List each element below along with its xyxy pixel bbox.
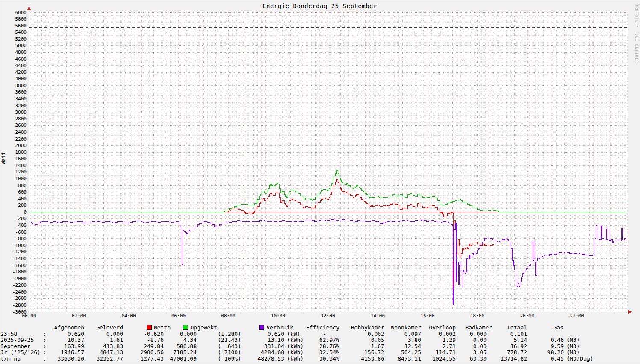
table-row: 23:58:0.6200.000-0.6200.000(1.280)0.620(… <box>0 331 640 338</box>
table-cell <box>527 331 564 338</box>
legend-swatch-verbruik <box>259 325 264 330</box>
svg-text:-2000: -2000 <box>12 276 27 282</box>
svg-text:3200: 3200 <box>15 103 27 109</box>
svg-text:200: 200 <box>18 203 27 208</box>
svg-text:-1000: -1000 <box>12 243 27 248</box>
table-cell: (kWh) <box>284 343 310 350</box>
svg-text:10:00: 10:00 <box>271 313 285 319</box>
svg-text:12:00: 12:00 <box>321 313 335 319</box>
table-cell: 249.84 <box>123 343 164 350</box>
table-cell: 0.00 <box>456 337 487 343</box>
svg-text:08:00: 08:00 <box>221 313 235 319</box>
svg-text:3000: 3000 <box>15 109 27 115</box>
table-cell: 0.000 <box>456 331 487 338</box>
table-header: Verbruik <box>217 325 293 331</box>
table-cell: 13.10 <box>241 337 284 343</box>
table-header: Netto <box>123 325 171 331</box>
table-header: Hobbykamer <box>339 325 384 331</box>
svg-text:1200: 1200 <box>15 169 27 175</box>
table-cell: 0.620 <box>241 331 284 338</box>
svg-text:-2200: -2200 <box>12 282 27 288</box>
table-header: Afgenomen <box>50 325 84 331</box>
table-cell: : <box>40 356 50 362</box>
table-cell: 13714.82 <box>487 356 527 362</box>
table-cell: 63.30 <box>456 356 487 362</box>
table-cell: 0.00 <box>456 343 487 350</box>
svg-text:5200: 5200 <box>15 36 27 42</box>
svg-text:-600: -600 <box>15 229 27 235</box>
svg-text:2800: 2800 <box>15 116 27 122</box>
table-cell: 4847.13 <box>84 349 123 356</box>
table-header: Badkamer <box>456 325 492 331</box>
svg-text:3800: 3800 <box>15 83 27 88</box>
table-row: September:163.99413.83249.84580.88( 643)… <box>0 343 640 350</box>
svg-text:-2400: -2400 <box>12 289 27 295</box>
table-cell: (M3/Dag) <box>564 356 605 362</box>
svg-text:02:00: 02:00 <box>72 313 86 319</box>
legend-swatch-netto <box>147 325 152 330</box>
svg-text:1800: 1800 <box>15 150 27 155</box>
table-cell: 10.37 <box>50 337 84 343</box>
table-cell: 1024.55 <box>421 356 456 362</box>
svg-text:00:00: 00:00 <box>22 313 36 319</box>
table-header-row: AfgenomenGeleverdNettoOpgewektVerbruikEf… <box>0 325 640 331</box>
table-cell: 3.05 <box>456 349 487 356</box>
svg-text:4800: 4800 <box>15 50 27 55</box>
table-cell: 30.34% <box>310 356 339 362</box>
svg-text:-1200: -1200 <box>12 249 27 255</box>
table-cell: : <box>40 337 50 343</box>
table-cell: 413.83 <box>84 343 123 350</box>
table-header: Totaal <box>492 325 527 331</box>
row-label: Jr ('25/'26) <box>0 349 40 356</box>
table-cell: (kWh) <box>284 356 310 362</box>
svg-text:2400: 2400 <box>15 129 27 135</box>
table-cell: 5.14 <box>487 337 527 343</box>
legend-swatch-opgewekt <box>183 325 188 330</box>
svg-text:3600: 3600 <box>15 89 27 95</box>
svg-text:22:00: 22:00 <box>570 313 584 319</box>
svg-text:-2800: -2800 <box>12 302 27 308</box>
table-cell: : <box>40 331 50 338</box>
table-cell: 48278.53 <box>241 356 284 362</box>
table-cell: 12.54 <box>384 343 421 350</box>
svg-text:0: 0 <box>24 209 27 215</box>
table-header: Efficiency <box>293 325 339 331</box>
row-label: 2025-09-25 <box>0 337 40 343</box>
table-cell: 1946.57 <box>50 349 84 356</box>
svg-text:-1600: -1600 <box>12 263 27 268</box>
table-cell: 156.72 <box>339 349 384 356</box>
row-label: t/m nu <box>0 356 40 362</box>
table-header: Gas <box>527 325 563 331</box>
table-cell: 1.67 <box>339 343 384 350</box>
svg-text:600: 600 <box>18 189 27 195</box>
svg-text:14:00: 14:00 <box>371 313 385 319</box>
svg-text:1400: 1400 <box>15 163 27 168</box>
table-cell: 163.99 <box>50 343 84 350</box>
svg-text:5400: 5400 <box>15 29 27 35</box>
svg-text:6000: 6000 <box>15 10 27 15</box>
svg-text:-1400: -1400 <box>12 256 27 261</box>
table-cell: 3.80 <box>384 337 421 343</box>
table-header: Overloop <box>421 325 456 331</box>
table-cell: 16.92 <box>487 343 527 350</box>
energy-summary-table: AfgenomenGeleverdNettoOpgewektVerbruikEf… <box>0 325 640 362</box>
table-cell: (M3) <box>564 349 605 356</box>
table-cell: 9.59 <box>527 343 564 350</box>
table-cell: (kW) <box>284 331 310 338</box>
table-row: Jr ('25/'26):1946.574847.132900.567185.2… <box>0 349 640 356</box>
table-cell: ( 7100) <box>197 349 241 356</box>
table-cell: 0.000 <box>164 331 197 338</box>
table-row: 2025-09-25:10.371.61-8.764.34(21.43)13.1… <box>0 337 640 343</box>
table-cell: 0.002 <box>339 331 384 338</box>
svg-text:3400: 3400 <box>15 96 27 102</box>
svg-text:5600: 5600 <box>15 23 27 29</box>
svg-text:2000: 2000 <box>15 143 27 148</box>
table-header: Opgewekt <box>171 325 217 331</box>
table-cell: 0.45 <box>527 356 564 362</box>
svg-text:-2600: -2600 <box>12 296 27 301</box>
table-cell: 62.97% <box>310 337 339 343</box>
rrdtool-energy-graph: Energie Donderdag 25 September Watt RRDT… <box>0 0 640 364</box>
table-cell: 4284.68 <box>241 349 284 356</box>
svg-text:-200: -200 <box>15 216 27 221</box>
table-cell: 32.54% <box>310 349 339 356</box>
